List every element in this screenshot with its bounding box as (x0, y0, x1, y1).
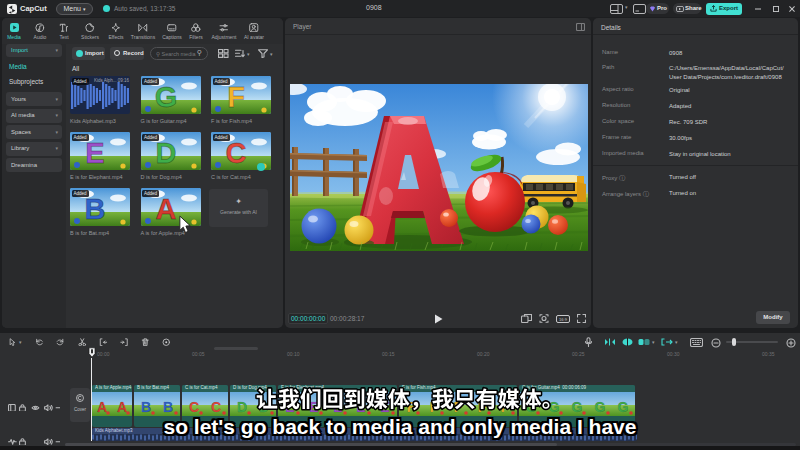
svg-text:G: G (595, 399, 606, 415)
svg-text:B: B (141, 399, 151, 415)
svg-text:G: G (572, 399, 583, 415)
svg-text:B: B (85, 193, 106, 225)
svg-text:D: D (155, 137, 176, 169)
svg-text:A: A (117, 399, 127, 415)
svg-text:C: C (226, 137, 247, 169)
svg-text:C: C (189, 399, 199, 415)
svg-text:C: C (211, 399, 221, 415)
svg-text:A: A (155, 193, 176, 225)
svg-text:D: D (237, 399, 247, 415)
svg-text:G: G (618, 399, 629, 415)
svg-text:B: B (163, 399, 173, 415)
svg-text:A: A (97, 399, 107, 415)
svg-text:F: F (227, 81, 245, 113)
svg-text:E: E (85, 137, 104, 169)
svg-text:G: G (154, 81, 177, 113)
